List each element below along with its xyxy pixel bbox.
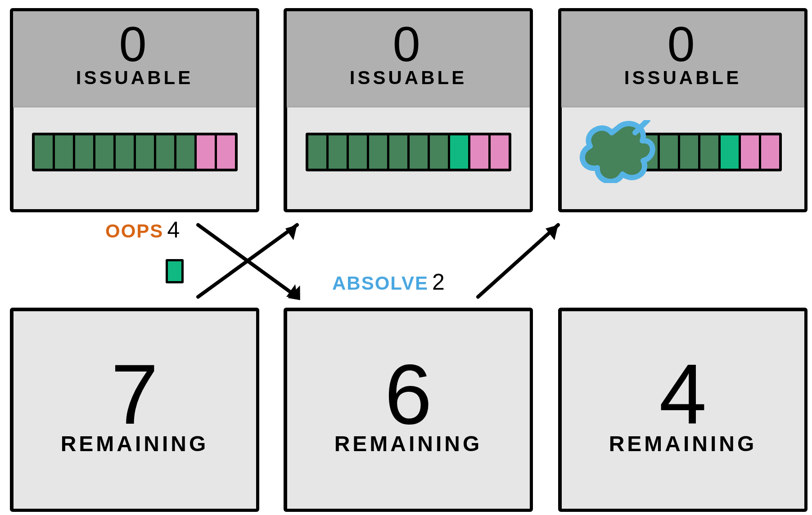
remaining-label: REMAINING [13, 431, 256, 456]
svg-marker-1 [288, 284, 302, 300]
issuable-value: 0 [561, 11, 804, 69]
remaining-label: REMAINING [287, 431, 530, 456]
issuable-label: ISSUABLE [561, 67, 804, 89]
bar-cell [176, 135, 197, 169]
puff-icon [579, 120, 656, 185]
remaining-value: 4 [561, 311, 804, 437]
bar-cell [95, 135, 116, 169]
oops-value: 4 [167, 217, 180, 242]
issuable-value: 0 [287, 11, 530, 69]
issuable-value: 0 [13, 11, 256, 69]
issuable-label: ISSUABLE [287, 67, 530, 89]
panel-bottom-2: 6 REMAINING [284, 308, 533, 512]
arrow-down-right-icon [198, 225, 302, 300]
bar-cell [741, 135, 761, 169]
bar-cell [660, 135, 680, 169]
arrow-up-right-icon [198, 225, 297, 297]
bar-cell [680, 135, 700, 169]
bar-cell [55, 135, 75, 169]
absolve-value: 2 [432, 269, 446, 295]
issuable-label: ISSUABLE [13, 67, 256, 89]
bar-cell [156, 135, 176, 169]
bar-cell [430, 135, 450, 169]
bar-cell [217, 135, 235, 169]
bar-cell [329, 135, 349, 169]
absolve-annotation: ABSOLVE2 [332, 269, 446, 295]
absolve-label: ABSOLVE [332, 273, 429, 294]
oops-label: OOPS [105, 220, 163, 242]
remaining-value: 6 [287, 311, 530, 437]
bar-cell [308, 135, 329, 169]
panel-bottom-1: 7 REMAINING [10, 308, 259, 512]
remaining-value: 7 [13, 311, 256, 437]
bar-cell [700, 135, 721, 169]
oops-annotation: OOPS4 [105, 217, 180, 243]
bar-cell [35, 135, 55, 169]
bar-cell [410, 135, 430, 169]
panel-top-3: 0 ISSUABLE [558, 8, 807, 212]
diagram-stage: 0 ISSUABLE 0 ISSUABLE 0 ISSUABLE [0, 0, 812, 515]
progress-bar [287, 133, 530, 171]
bar-cell [491, 135, 509, 169]
panel-header: 0 ISSUABLE [287, 11, 530, 107]
bar-cell [761, 135, 779, 169]
bar-cell [470, 135, 491, 169]
token-icon [166, 259, 184, 283]
panel-header: 0 ISSUABLE [13, 11, 256, 107]
svg-marker-3 [546, 225, 558, 240]
svg-marker-2 [285, 225, 297, 240]
bar-cell [349, 135, 369, 169]
panel-top-2: 0 ISSUABLE [284, 8, 533, 212]
panel-top-1: 0 ISSUABLE [10, 8, 259, 212]
bar-cell [450, 135, 470, 169]
bar-cell [116, 135, 136, 169]
bar-cell [197, 135, 217, 169]
remaining-label: REMAINING [561, 431, 804, 456]
svg-marker-0 [286, 284, 297, 297]
bar-cell [721, 135, 741, 169]
bar-cell [75, 135, 95, 169]
bar-cell [136, 135, 156, 169]
bar-cell [369, 135, 389, 169]
arrow-up-right-icon [478, 225, 558, 297]
panel-bottom-3: 4 REMAINING [558, 308, 807, 512]
panel-header: 0 ISSUABLE [561, 11, 804, 107]
progress-bar [13, 133, 256, 171]
bar-cell [389, 135, 410, 169]
